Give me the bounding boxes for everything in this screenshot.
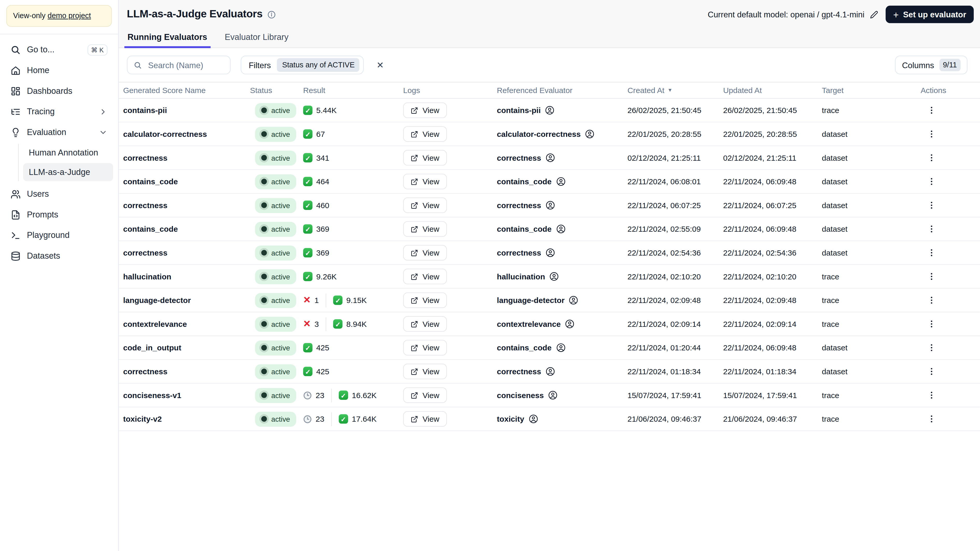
row-actions-menu-button[interactable]: [923, 128, 940, 140]
row-actions-menu-button[interactable]: [923, 246, 940, 259]
table-row[interactable]: toxicity-v2active23✓17.64KViewtoxicity21…: [119, 407, 980, 431]
view-logs-button[interactable]: View: [403, 221, 447, 237]
referenced-evaluator-cell[interactable]: correctness: [497, 201, 628, 210]
columns-button[interactable]: Columns 9/11: [895, 56, 967, 75]
view-logs-button[interactable]: View: [403, 411, 447, 427]
row-actions-menu-button[interactable]: [923, 199, 940, 211]
col-header-referenced-evaluator[interactable]: Referenced Evaluator: [497, 86, 628, 95]
table-row[interactable]: correctnessactive✓460Viewcorrectness22/1…: [119, 194, 980, 218]
row-actions-menu-button[interactable]: [923, 152, 940, 164]
col-header-target[interactable]: Target: [822, 86, 921, 95]
status-label: active: [271, 368, 290, 375]
referenced-evaluator-cell[interactable]: contains-pii: [497, 105, 628, 115]
table-row[interactable]: contains-piiactive✓5.44KViewcontains-pii…: [119, 99, 980, 122]
sidebar-item-go-to[interactable]: Go to... ⌘ K: [5, 40, 113, 60]
row-actions-menu-button[interactable]: [923, 104, 940, 116]
row-actions-menu-button[interactable]: [923, 175, 940, 187]
set-up-evaluator-button[interactable]: + Set up evaluator: [886, 6, 974, 23]
sidebar-item-human-annotation[interactable]: Human Annotation: [23, 144, 113, 162]
referenced-evaluator-cell[interactable]: correctness: [497, 367, 628, 376]
external-link-icon: [410, 178, 418, 185]
filter-chip-status-active[interactable]: Status any of ACTIVE: [277, 58, 360, 72]
col-header-created-at[interactable]: Created At▼: [627, 86, 723, 95]
table-row[interactable]: contextrelevanceactive✕3✓8.94KViewcontex…: [119, 312, 980, 336]
tab-running-evaluators[interactable]: Running Evaluators: [127, 28, 208, 48]
target-cell: dataset: [822, 153, 921, 162]
table-row[interactable]: conciseness-v1active23✓16.62KViewconcise…: [119, 384, 980, 407]
external-link-icon: [410, 249, 418, 257]
referenced-evaluator-cell[interactable]: language-detector: [497, 295, 628, 305]
referenced-evaluator-cell[interactable]: contains_code: [497, 224, 628, 233]
table-row[interactable]: correctnessactive✓425Viewcorrectness22/1…: [119, 360, 980, 384]
referenced-evaluator-cell[interactable]: contextrelevance: [497, 319, 628, 329]
view-logs-button[interactable]: View: [403, 174, 447, 189]
sidebar-item-users[interactable]: Users: [5, 184, 113, 205]
row-actions-menu-button[interactable]: [923, 341, 940, 353]
view-logs-button[interactable]: View: [403, 364, 447, 379]
view-logs-button[interactable]: View: [403, 245, 447, 260]
evaluation-icon: [11, 127, 21, 137]
row-actions-menu-button[interactable]: [923, 222, 940, 235]
users-label: Users: [27, 189, 49, 198]
sidebar-item-dashboards[interactable]: Dashboards: [5, 81, 113, 101]
user-circle-icon: [585, 129, 595, 139]
table-row[interactable]: correctnessactive✓341Viewcorrectness02/1…: [119, 146, 980, 170]
table-row[interactable]: correctnessactive✓369Viewcorrectness22/1…: [119, 241, 980, 265]
edit-model-icon[interactable]: [870, 10, 878, 18]
sidebar-item-tracing[interactable]: Tracing: [5, 101, 113, 122]
result-cell: ✓460: [303, 201, 403, 210]
row-actions-menu-button[interactable]: [923, 270, 940, 282]
table-row[interactable]: language-detectoractive✕1✓9.15KViewlangu…: [119, 289, 980, 313]
view-logs-button[interactable]: View: [403, 197, 447, 213]
view-only-label: View-only: [13, 11, 46, 20]
view-logs-button[interactable]: View: [403, 316, 447, 332]
row-actions-menu-button[interactable]: [923, 365, 940, 377]
referenced-evaluator-cell[interactable]: calculator-correctness: [497, 129, 628, 139]
tab-evaluator-library[interactable]: Evaluator Library: [224, 28, 289, 48]
view-logs-button[interactable]: View: [403, 340, 447, 355]
view-logs-button[interactable]: View: [403, 126, 447, 142]
result-cell: ✓369: [303, 248, 403, 257]
status-badge: active: [255, 411, 296, 426]
sidebar-item-home[interactable]: Home: [5, 60, 113, 81]
sidebar-item-llm-as-a-judge[interactable]: LLM-as-a-Judge: [23, 163, 113, 181]
sidebar-item-prompts[interactable]: Prompts: [5, 204, 113, 225]
table-row[interactable]: contains_codeactive✓369Viewcontains_code…: [119, 218, 980, 241]
referenced-evaluator-cell[interactable]: toxicity: [497, 414, 628, 424]
view-logs-button[interactable]: View: [403, 387, 447, 403]
updated-at-cell: 26/02/2025, 21:50:45: [723, 106, 822, 115]
row-actions-menu-button[interactable]: [923, 413, 940, 424]
view-logs-button[interactable]: View: [403, 269, 447, 284]
sidebar-item-playground[interactable]: Playground: [5, 225, 113, 246]
referenced-evaluator-cell[interactable]: correctness: [497, 153, 628, 162]
table-row[interactable]: calculator-correctnessactive✓67Viewcalcu…: [119, 122, 980, 146]
referenced-evaluator-cell[interactable]: hallucination: [497, 272, 628, 281]
referenced-evaluator-cell[interactable]: contains_code: [497, 177, 628, 186]
filters-button[interactable]: Filters Status any of ACTIVE: [240, 56, 364, 75]
demo-project-link[interactable]: demo project: [48, 11, 91, 20]
view-logs-button[interactable]: View: [403, 150, 447, 166]
row-actions-menu-button[interactable]: [923, 294, 940, 306]
search-input[interactable]: [147, 60, 219, 70]
sidebar-item-datasets[interactable]: Datasets: [5, 245, 113, 266]
col-header-result[interactable]: Result: [303, 86, 403, 95]
view-logs-button[interactable]: View: [403, 292, 447, 308]
col-header-status[interactable]: Status: [250, 86, 303, 95]
clear-filters-button[interactable]: ✕: [374, 59, 387, 71]
col-header-updated-at[interactable]: Updated At: [723, 86, 822, 95]
sidebar-item-evaluation[interactable]: Evaluation: [5, 122, 113, 143]
referenced-evaluator-cell[interactable]: contains_code: [497, 343, 628, 352]
row-actions-menu-button[interactable]: [923, 318, 940, 330]
col-header-logs[interactable]: Logs: [403, 86, 497, 95]
col-header-generated-score-name[interactable]: Generated Score Name: [123, 86, 250, 95]
table-row[interactable]: hallucinationactive✓9.26KViewhallucinati…: [119, 265, 980, 289]
table-row[interactable]: contains_codeactive✓464Viewcontains_code…: [119, 170, 980, 194]
view-label: View: [423, 177, 439, 186]
row-actions-menu-button[interactable]: [923, 389, 940, 401]
view-logs-button[interactable]: View: [403, 102, 447, 118]
referenced-evaluator-cell[interactable]: correctness: [497, 248, 628, 257]
generated-score-name: correctness: [123, 201, 250, 210]
table-row[interactable]: code_in_outputactive✓425Viewcontains_cod…: [119, 336, 980, 360]
info-icon[interactable]: [267, 10, 275, 18]
referenced-evaluator-cell[interactable]: conciseness: [497, 391, 628, 400]
